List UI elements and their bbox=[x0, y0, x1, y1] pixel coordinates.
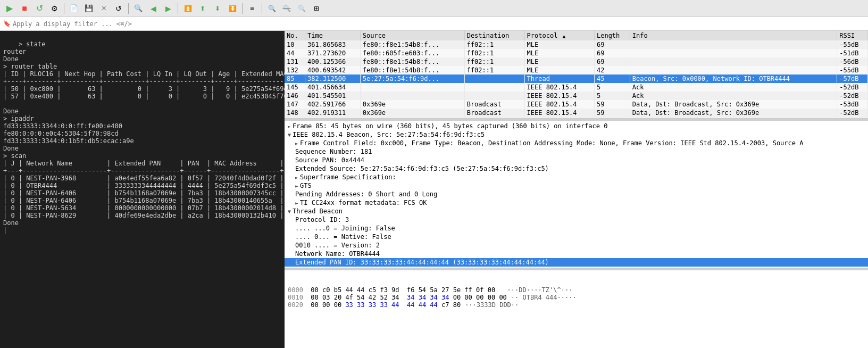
resize-columns-button[interactable]: ⊞ bbox=[310, 2, 323, 15]
detail-line[interactable]: 0010 .... = Version: 2 bbox=[285, 241, 868, 250]
detail-line[interactable]: Pending Addresses: 0 Short and 0 Long bbox=[285, 190, 868, 198]
detail-line[interactable]: Sequence Number: 181 bbox=[285, 147, 868, 156]
filter-input[interactable] bbox=[13, 20, 865, 28]
go-first-button[interactable]: ⏫ bbox=[181, 2, 194, 15]
detail-text: IEEE 802.15.4 Beacon, Src: 5e:27:5a:54:f… bbox=[293, 131, 485, 138]
zoom-out-button[interactable]: 🔍 bbox=[295, 2, 308, 15]
table-row[interactable]: 147402.5917660x369eBroadcastIEEE 802.15.… bbox=[285, 100, 868, 109]
table-row[interactable]: 145401.456634IEEE 802.15.45Ack-52dB bbox=[285, 83, 868, 92]
open-file-button[interactable]: 📄 bbox=[68, 2, 80, 15]
detail-line[interactable]: Protocol ID: 3 bbox=[285, 216, 868, 224]
hex-offset: 0000 bbox=[288, 286, 311, 294]
table-cell bbox=[630, 57, 837, 66]
wireshark-pane: No. Time Source Destination Protocol ▲ L… bbox=[285, 31, 868, 348]
zoom-normal-button[interactable]: 🔍 bbox=[280, 2, 293, 15]
close-file-button[interactable]: ✕ bbox=[97, 2, 110, 15]
go-last-button[interactable]: ⏬ bbox=[226, 2, 239, 15]
table-row[interactable]: 85382.3125005e:27:5a:54:f6:9d...Thread45… bbox=[285, 74, 868, 83]
expand-arrow-right[interactable]: ► bbox=[288, 123, 291, 129]
expand-arrow-right[interactable]: ► bbox=[295, 183, 298, 189]
detail-line[interactable]: ► Superframe Specification: bbox=[285, 173, 868, 181]
detail-line[interactable]: ► TI CC24xx-format metadata: FCS OK bbox=[285, 198, 868, 207]
expand-arrow-right[interactable]: ► bbox=[295, 140, 298, 146]
table-row[interactable]: 131400.125366fe80::f8e1:54b8:f...ff02::1… bbox=[285, 57, 868, 66]
filter-bar: 🔖 bbox=[0, 17, 868, 31]
go-forward-button[interactable]: ▶ bbox=[162, 2, 174, 15]
table-cell: 146 bbox=[285, 92, 305, 100]
expand-arrow-down[interactable]: ▼ bbox=[288, 132, 291, 138]
table-cell: IEEE 802.15.4 bbox=[524, 83, 594, 92]
expand-arrow-right[interactable]: ► bbox=[295, 200, 298, 206]
table-cell: 400.693542 bbox=[305, 66, 361, 74]
start-capture-button[interactable]: ▶ bbox=[3, 2, 16, 15]
table-row[interactable]: 148402.9193110x369eBroadcastIEEE 802.15.… bbox=[285, 109, 868, 117]
table-row[interactable]: 44371.273620fe80::605f:e603:f...ff02::1M… bbox=[285, 49, 868, 57]
detail-line[interactable]: Extended PAN ID: 33:33:33:33:44:44:44:44… bbox=[285, 258, 868, 267]
table-cell: 5 bbox=[594, 92, 630, 100]
hex-bytes: 00 00 00 33 33 33 33 44 44 44 44 c7 80 bbox=[311, 301, 461, 309]
detail-line[interactable]: Network Name: OTBR4444 bbox=[285, 250, 868, 258]
stop-capture-button[interactable]: ■ bbox=[18, 2, 31, 15]
packet-tbody: 10361.865683fe80::f8e1:54b8:f...ff02::1M… bbox=[285, 40, 868, 117]
detail-text: GTS bbox=[300, 182, 312, 189]
colorize-button[interactable]: ≡ bbox=[246, 2, 258, 15]
hex-offset: 0020 bbox=[288, 301, 311, 309]
col-length[interactable]: Length bbox=[594, 31, 630, 40]
packet-details[interactable]: ► Frame 85: 45 bytes on wire (360 bits),… bbox=[285, 121, 868, 268]
zoom-in-button[interactable]: 🔍 bbox=[265, 2, 278, 15]
go-back-button[interactable]: ◀ bbox=[147, 2, 160, 15]
detail-line[interactable]: ► GTS bbox=[285, 181, 868, 190]
table-cell: 69 bbox=[594, 49, 630, 57]
col-dest[interactable]: Destination bbox=[464, 31, 524, 40]
table-row[interactable]: 10361.865683fe80::f8e1:54b8:f...ff02::1M… bbox=[285, 40, 868, 49]
reload-file-button[interactable]: ↺ bbox=[112, 2, 125, 15]
hex-dump[interactable]: 0000 00 c0 b5 44 44 c5 f3 9d f6 54 5a 27… bbox=[285, 270, 868, 348]
col-time[interactable]: Time bbox=[305, 31, 361, 40]
save-file-button[interactable]: 💾 bbox=[82, 2, 95, 15]
hex-bytes-highlight: 33 33 33 33 44 44 44 44 bbox=[345, 301, 437, 309]
col-info[interactable]: Info bbox=[630, 31, 837, 40]
table-cell: 148 bbox=[285, 109, 305, 117]
col-source[interactable]: Source bbox=[360, 31, 464, 40]
detail-line[interactable]: .... ...0 = Joining: False bbox=[285, 224, 868, 233]
table-cell: 85 bbox=[285, 74, 305, 83]
table-cell: Ack bbox=[630, 83, 837, 92]
table-cell: 401.456634 bbox=[305, 83, 361, 92]
col-no[interactable]: No. bbox=[285, 31, 305, 40]
table-cell: Broadcast bbox=[464, 100, 524, 109]
filter-bookmark-icon: 🔖 bbox=[3, 20, 11, 27]
capture-options-button[interactable]: ⚙ bbox=[48, 2, 61, 15]
detail-line[interactable]: ▼ Thread Beacon bbox=[285, 207, 868, 216]
toolbar: ▶ ■ ↺ ⚙ 📄 💾 ✕ ↺ 🔍 ◀ ▶ ⏫ ⬆ ⬇ ⏬ ≡ 🔍 🔍 🔍 ⊞ bbox=[0, 0, 868, 17]
terminal-pane[interactable]: > state router Done > router table | ID … bbox=[0, 31, 285, 348]
detail-line[interactable]: ► Frame 85: 45 bytes on wire (360 bits),… bbox=[285, 122, 868, 130]
table-cell: 44 bbox=[285, 49, 305, 57]
table-cell: 361.865683 bbox=[305, 40, 361, 49]
table-cell: 131 bbox=[285, 57, 305, 66]
hex-line: 0010 00 03 20 4f 54 42 52 34 34 34 34 34… bbox=[288, 294, 865, 301]
col-protocol[interactable]: Protocol ▲ bbox=[524, 31, 594, 40]
restart-capture-button[interactable]: ↺ bbox=[33, 2, 46, 15]
detail-line[interactable]: Extended Source: 5e:27:5a:54:f6:9d:f3:c5… bbox=[285, 164, 868, 173]
terminal-content: > state router Done > router table | ID … bbox=[3, 40, 285, 234]
hex-line: 0020 00 00 00 33 33 33 33 44 44 44 44 c7… bbox=[288, 301, 865, 309]
expand-arrow-down[interactable]: ▼ bbox=[288, 209, 291, 214]
detail-line[interactable]: Source PAN: 0x4444 bbox=[285, 156, 868, 164]
hex-ascii: ·· OTBR4 444····· bbox=[511, 294, 577, 301]
go-prev-button[interactable]: ⬆ bbox=[196, 2, 209, 15]
table-cell: -57dB bbox=[837, 74, 868, 83]
table-cell: 5e:27:5a:54:f6:9d... bbox=[360, 74, 464, 83]
expand-arrow-right[interactable]: ► bbox=[295, 175, 298, 180]
table-row[interactable]: 146401.545501IEEE 802.15.45Ack-52dB bbox=[285, 92, 868, 100]
table-cell: ff02::1 bbox=[464, 49, 524, 57]
table-cell: Data, Dst: Broadcast, Src: 0x369e bbox=[630, 100, 837, 109]
detail-text: Extended PAN ID: 33:33:33:33:44:44:44:44… bbox=[295, 259, 549, 266]
find-packet-button[interactable]: 🔍 bbox=[132, 2, 145, 15]
detail-line[interactable]: .... 0... = Native: False bbox=[285, 233, 868, 241]
detail-line[interactable]: ► Frame Control Field: 0xc000, Frame Typ… bbox=[285, 139, 868, 147]
table-row[interactable]: 132400.693542fe80::f8e1:54b8:f...ff02::1… bbox=[285, 66, 868, 74]
packet-list[interactable]: No. Time Source Destination Protocol ▲ L… bbox=[285, 31, 868, 119]
col-rssi[interactable]: RSSI bbox=[837, 31, 868, 40]
detail-line[interactable]: ▼ IEEE 802.15.4 Beacon, Src: 5e:27:5a:54… bbox=[285, 130, 868, 139]
go-next-button[interactable]: ⬇ bbox=[211, 2, 224, 15]
